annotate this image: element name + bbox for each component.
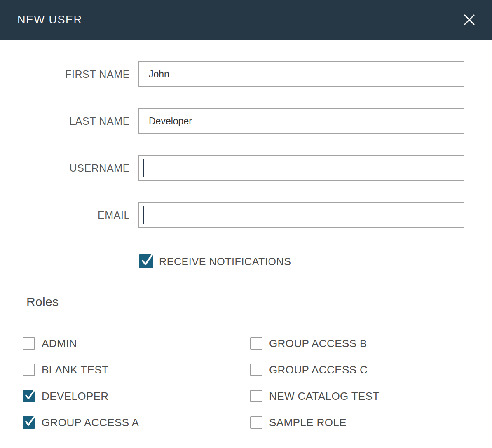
close-icon	[461, 12, 478, 28]
text-cursor	[143, 206, 144, 224]
role-item-blank-test: BLANK TEST	[23, 364, 250, 376]
email-row: EMAIL	[0, 202, 492, 228]
role-checkbox-admin[interactable]	[23, 337, 35, 350]
modal-header: NEW USER	[0, 0, 492, 40]
role-label[interactable]: ADMIN	[42, 337, 77, 350]
username-row: USERNAME	[0, 155, 492, 181]
username-label: USERNAME	[0, 162, 130, 174]
role-label[interactable]: GROUP ACCESS C	[269, 364, 368, 376]
new-user-form: FIRST NAME John LAST NAME Developer USER…	[0, 40, 492, 268]
role-item-group-access-c: GROUP ACCESS C	[250, 364, 492, 376]
role-checkbox-new-catalog-test[interactable]	[250, 390, 262, 402]
role-label[interactable]: SAMPLE ROLE	[269, 416, 347, 429]
role-label[interactable]: BLANK TEST	[42, 364, 108, 376]
roles-divider	[26, 315, 465, 315]
first-name-field[interactable]: John	[138, 61, 464, 87]
role-label[interactable]: GROUP ACCESS A	[42, 416, 139, 429]
receive-notifications-checkbox[interactable]	[139, 254, 153, 268]
role-checkbox-group-access-c[interactable]	[250, 364, 262, 376]
last-name-value: Developer	[149, 116, 192, 127]
role-item-group-access-a: GROUP ACCESS A	[23, 416, 250, 429]
role-label[interactable]: NEW CATALOG TEST	[269, 390, 380, 403]
role-checkbox-blank-test[interactable]	[23, 364, 35, 376]
last-name-label: LAST NAME	[0, 115, 130, 127]
last-name-field[interactable]: Developer	[138, 108, 464, 134]
role-checkbox-group-access-a[interactable]	[23, 416, 35, 429]
receive-notifications-label[interactable]: RECEIVE NOTIFICATIONS	[159, 256, 291, 268]
email-field[interactable]	[138, 202, 464, 228]
role-label[interactable]: DEVELOPER	[42, 390, 109, 403]
role-item-sample-role: SAMPLE ROLE	[250, 416, 492, 429]
role-checkbox-sample-role[interactable]	[250, 416, 262, 429]
modal-title: NEW USER	[17, 14, 82, 26]
role-item-developer: DEVELOPER	[23, 390, 250, 402]
first-name-label: FIRST NAME	[0, 68, 130, 80]
receive-notifications-row: RECEIVE NOTIFICATIONS	[139, 254, 492, 268]
role-item-admin: ADMIN	[23, 337, 250, 350]
first-name-row: FIRST NAME John	[0, 61, 492, 87]
last-name-row: LAST NAME Developer	[0, 108, 492, 134]
role-item-new-catalog-test: NEW CATALOG TEST	[250, 390, 492, 402]
role-item-group-access-b: GROUP ACCESS B	[250, 337, 492, 350]
username-field[interactable]	[138, 155, 464, 181]
email-label: EMAIL	[0, 209, 130, 221]
role-checkbox-group-access-b[interactable]	[250, 337, 262, 350]
text-cursor	[143, 159, 144, 177]
role-label[interactable]: GROUP ACCESS B	[269, 337, 367, 350]
roles-heading: Roles	[26, 295, 492, 309]
first-name-value: John	[149, 69, 169, 80]
roles-list: ADMIN BLANK TEST DEVELOPER GROUP ACCESS …	[23, 337, 492, 429]
role-checkbox-developer[interactable]	[23, 390, 35, 402]
close-button[interactable]	[458, 9, 480, 31]
